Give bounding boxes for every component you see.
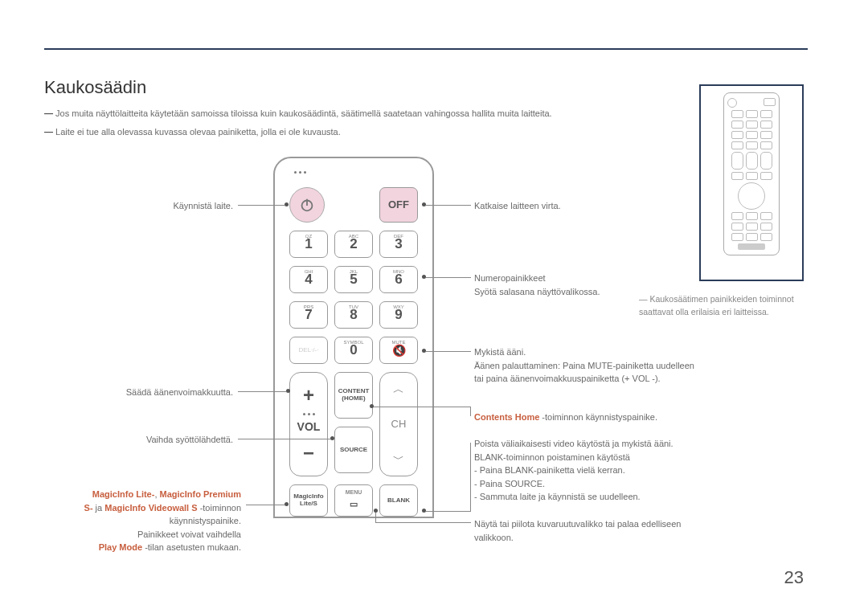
off-label: OFF	[388, 197, 409, 213]
label-volume: Säädä äänenvoimakkuutta.	[44, 386, 233, 399]
leader-dot	[330, 436, 334, 440]
notes-block: Jos muita näyttölaitteita käytetään samo…	[44, 107, 671, 143]
chevron-down-icon: ﹀	[393, 451, 404, 468]
leader-dot	[285, 202, 289, 206]
channel-rocker: ︿ CH ﹀	[379, 372, 418, 476]
leader	[426, 511, 471, 512]
volume-rocker: + VOL −	[289, 372, 328, 476]
spacer	[333, 187, 371, 223]
remote-illustration: OFF QZ1 ABC2 DEF3 GHI4 JKL5 MNO6 PRS7 TU…	[273, 157, 434, 518]
key-8: TUV8	[334, 301, 373, 329]
leader	[246, 505, 285, 505]
note-1: Jos muita näyttölaitteita käytetään samo…	[44, 107, 671, 121]
off-button: OFF	[379, 187, 418, 223]
plus-icon: +	[303, 381, 314, 410]
dots	[303, 413, 315, 415]
reference-remote-box	[699, 84, 804, 281]
leader	[374, 407, 471, 407]
vol-label: VOL	[297, 419, 321, 435]
reference-remote	[723, 92, 780, 255]
key-5: JKL5	[334, 266, 373, 293]
chevron-up-icon: ︿	[393, 381, 404, 398]
key-mute: MUTE 🔇	[379, 337, 418, 364]
leader	[426, 351, 471, 352]
leader-dot	[374, 509, 378, 513]
key-9: WXY9	[379, 301, 418, 329]
key-2: ABC2	[334, 231, 373, 258]
note-2: Laite ei tue alla olevassa kuvassa oleva…	[44, 125, 671, 139]
menu-icon: ▭	[350, 497, 358, 511]
leader-dot	[422, 275, 426, 279]
page-number: 23	[784, 564, 804, 591]
led-dots	[294, 171, 306, 174]
label-power: Käynnistä laite.	[44, 199, 233, 213]
power-icon	[298, 196, 316, 214]
minus-icon: −	[303, 439, 314, 468]
label-menu: Näytä tai piilota kuvaruutuvalikko tai p…	[474, 517, 699, 544]
label-source: Vaihda syöttölähdettä.	[44, 433, 233, 447]
leader-dot	[370, 404, 374, 408]
key-7: PRS7	[289, 301, 328, 329]
label-blank: Poista väliaikaisesti video käytöstä ja …	[474, 437, 674, 504]
leader	[426, 277, 471, 278]
key-6: MNO6	[379, 266, 418, 293]
page-title: Kaukosäädin	[44, 74, 146, 100]
leader	[238, 391, 286, 392]
key-3: DEF3	[379, 231, 418, 258]
leader	[470, 407, 471, 416]
menu-button: MENU ▭	[334, 484, 373, 517]
leader	[238, 205, 285, 206]
content-home-button: CONTENT (HOME)	[334, 372, 373, 419]
power-button	[289, 187, 325, 223]
leader	[375, 512, 376, 522]
leader-dot	[422, 509, 426, 513]
key-4: GHI4	[289, 266, 328, 293]
leader-dot	[422, 202, 426, 206]
label-mute: Mykistä ääni. Äänen palauttaminen: Paina…	[474, 345, 699, 386]
leader-dot	[285, 502, 289, 506]
label-off: Katkaise laitteen virta.	[474, 199, 561, 213]
blank-button: BLANK	[379, 484, 418, 517]
leader-dot	[422, 349, 426, 353]
source-button: SOURCE	[334, 427, 373, 473]
leader	[470, 443, 471, 511]
key-1: QZ1	[289, 231, 328, 258]
label-content-home: Contents Home -toiminnon käynnistyspaini…	[474, 411, 657, 424]
label-numbers: Numeropainikkeet Syötä salasana näyttöva…	[474, 272, 600, 298]
leader	[426, 205, 471, 206]
label-magicinfo: MagicInfo Lite-, MagicInfo Premium S- ja…	[44, 488, 241, 554]
key-del: DEL·/-·	[289, 337, 328, 364]
magicinfo-button: MagicInfo Lite/S	[289, 484, 328, 517]
key-0: SYMBOL0	[334, 337, 373, 364]
top-rule	[44, 48, 808, 50]
reference-note: Kaukosäätimen painikkeiden toiminnot saa…	[639, 293, 808, 319]
leader-dot	[286, 389, 290, 393]
leader	[375, 522, 471, 523]
ch-label: CH	[391, 416, 407, 432]
leader	[238, 439, 330, 439]
